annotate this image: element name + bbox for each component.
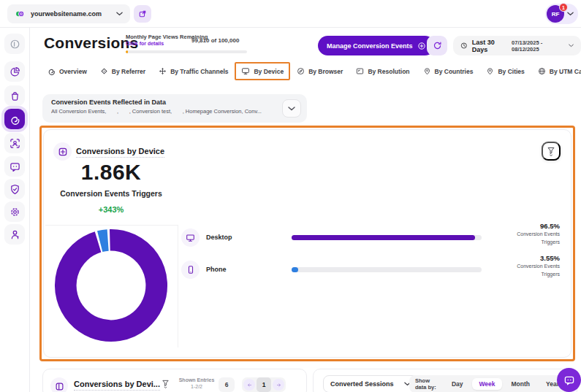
phone-sublabel: Conversion Events Triggers [500, 263, 560, 278]
diamond-icon [100, 67, 108, 75]
globe-icon [538, 67, 546, 75]
banner-title: Conversion Events Reflected in Data [51, 99, 298, 106]
pin-icon [423, 67, 431, 75]
sidebar-item-settings[interactable] [4, 201, 25, 222]
granularity-month[interactable]: Month [505, 378, 537, 390]
tab-label: By Countries [435, 68, 474, 75]
manage-conversion-events-button[interactable]: Manage Conversion Events [318, 36, 435, 55]
chat-bubble-icon [563, 374, 575, 386]
tab-overview[interactable]: Overview [41, 64, 94, 79]
desktop-progressbar [292, 235, 482, 240]
tab-by-resolution[interactable]: By Resolution [349, 64, 416, 79]
site-selector[interactable]: yourwebsitename.com [7, 4, 130, 23]
table-card-icon-wrap [50, 377, 68, 392]
tab-label: By Traffic Channels [170, 68, 228, 75]
avatar: RF 1 [547, 5, 564, 23]
avatar-initials: RF [552, 11, 560, 18]
sidebar-item-feedback[interactable] [4, 156, 25, 177]
page-views-progressbar [126, 50, 247, 53]
filter-button[interactable] [542, 142, 561, 161]
shown-entries-label: Shown Entries [178, 377, 215, 383]
show-data-by-control: Show data by: Day Week Month Year [409, 375, 571, 392]
chevron-down-icon [288, 107, 295, 111]
tab-by-utm-campaign[interactable]: By UTM Campaign [531, 64, 581, 79]
arrow-right-icon [276, 383, 281, 388]
converted-sessions-dropdown[interactable]: Converted Sessions [323, 375, 418, 392]
site-name: yourwebsitename.com [31, 10, 111, 18]
previous-page-button[interactable] [243, 379, 255, 391]
date-range-selector[interactable]: Last 30 Days 07/13/2025 - 08/12/2025 [453, 36, 581, 55]
sidebar-item-privacy[interactable] [4, 179, 25, 199]
desktop-percentage: 96.5% [479, 222, 560, 230]
panel-toggle-icon [10, 39, 20, 50]
phone-value-block: 3.55% Conversion Events Triggers [479, 254, 560, 278]
tab-label: Overview [59, 68, 87, 75]
change-percentage: +343% [44, 205, 178, 214]
monitor-icon [241, 67, 250, 75]
sidebar-item-analytics[interactable] [4, 61, 25, 82]
sidebar-item-visitors[interactable] [4, 133, 25, 153]
tab-label: By Device [254, 68, 284, 75]
report-tabs: Overview By Referrer By Traffic Channels… [41, 61, 577, 81]
current-page[interactable]: 1 [257, 377, 271, 392]
tab-by-countries[interactable]: By Countries [417, 64, 480, 79]
spiral-icon [48, 67, 56, 75]
open-site-button[interactable] [134, 5, 151, 23]
tab-by-device[interactable]: By Device [235, 62, 290, 80]
page-size-selector[interactable]: 6 [219, 377, 235, 392]
sidebar-nav [0, 28, 30, 392]
table-filter-button[interactable] [162, 380, 170, 388]
phone-progressbar [292, 267, 482, 272]
compass-icon [297, 67, 305, 75]
granularity-week[interactable]: Week [472, 378, 501, 390]
chevron-down-icon [569, 44, 574, 47]
frame-icon [356, 67, 364, 75]
chevron-down-icon [116, 12, 123, 16]
chevron-down-icon [567, 12, 574, 16]
conversion-events-banner: Conversion Events Reflected in Data All … [42, 94, 307, 123]
banner-subtitle: All Conversion Events, , , Conversion te… [51, 108, 298, 115]
sidebar-item-conversions[interactable] [4, 109, 25, 129]
notification-badge: 1 [559, 3, 568, 12]
chat-widget-button[interactable] [557, 368, 581, 392]
move-arrows-icon [159, 67, 167, 75]
granularity-day[interactable]: Day [445, 378, 470, 390]
arrow-left-icon [247, 383, 252, 388]
card-title: Conversions by Device [76, 147, 164, 158]
page-views-value: 99,810 of 100,000 [191, 37, 239, 44]
phone-percentage: 3.55% [479, 254, 560, 262]
settings-gear-icon [10, 207, 20, 218]
sessions-controls-card: Converted Sessions Show data by: Day Wee… [313, 369, 577, 392]
grid-plus-icon [58, 147, 68, 157]
sidebar-item-profile[interactable] [4, 224, 25, 245]
plus-circle-icon [417, 42, 426, 50]
divider [45, 225, 178, 226]
table-columns-icon [55, 382, 64, 391]
page-title: Conversions [44, 34, 138, 52]
dropdown-value: Converted Sessions [330, 380, 394, 388]
conversions-spiral-icon [10, 114, 20, 125]
desktop-icon [186, 234, 195, 242]
next-page-button[interactable] [273, 379, 284, 391]
conversions-by-device-card: Conversions by Device 1.86K Conversion E… [43, 129, 571, 358]
sidebar-item-events[interactable] [4, 85, 25, 106]
show-data-by-label: Show data by: [415, 377, 441, 391]
manage-button-label: Manage Conversion Events [327, 42, 413, 50]
funnel-icon [162, 380, 170, 388]
tab-by-referrer[interactable]: By Referrer [94, 64, 152, 79]
tab-by-traffic-channels[interactable]: By Traffic Channels [152, 64, 235, 79]
account-menu[interactable]: RF 1 [545, 4, 578, 24]
page-views-details-link[interactable]: Click for details [126, 41, 164, 46]
total-value: 1.86K [44, 160, 178, 185]
clock-icon [460, 42, 468, 50]
card-header-icon-wrap [53, 142, 72, 161]
sidebar-item-collapse[interactable] [4, 34, 25, 54]
tab-by-browser[interactable]: By Browser [290, 64, 349, 79]
top-bar: yourwebsitename.com RF 1 [0, 0, 581, 28]
device-label: Phone [206, 266, 227, 273]
tab-by-cities[interactable]: By Cities [479, 64, 531, 79]
chat-feedback-icon [10, 161, 20, 172]
bag-icon [10, 91, 20, 101]
refresh-button[interactable] [427, 36, 447, 55]
banner-expand-button[interactable] [282, 99, 301, 118]
